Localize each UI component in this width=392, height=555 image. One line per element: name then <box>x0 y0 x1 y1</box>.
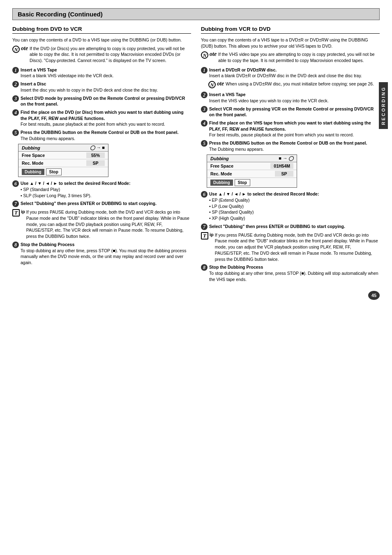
tip-text: If you press PAUSE during Dubbing mode, … <box>26 209 191 239</box>
right-note2-text: When using a DVD±RW disc, you must initi… <box>226 81 374 87</box>
right-stop-button[interactable]: Stop <box>235 179 250 186</box>
right-step-num-7: 7 <box>201 223 208 230</box>
right-dubbing-button[interactable]: Dubbing <box>210 180 233 186</box>
sidebar-label: RECORDING <box>381 86 386 125</box>
left-dubbing-table: Dubbing ◯ → ■ Free Space 55% Rec. Mode S… <box>18 144 108 177</box>
dubbing-label-2: Rec. Mode <box>22 161 86 166</box>
right-tip: T ip If you press PAUSE during Dubbing m… <box>201 232 380 262</box>
right-step-num-1: 1 <box>201 67 208 74</box>
right-step-num-5: 5 <box>201 140 208 147</box>
step-content-2: Insert a Disc Insert the disc you wish t… <box>21 81 191 93</box>
right-note2-label: ote <box>217 81 224 87</box>
right-step-body-1: Insert a blank DVD±R or DVD±RW disc in t… <box>209 73 380 79</box>
dubbing-row-2: Rec. Mode SP <box>18 159 108 167</box>
note-label: ote <box>21 46 28 51</box>
right-step-num-3: 3 <box>201 106 208 113</box>
right-dubbing-value-1: 01H54M <box>270 163 293 169</box>
step-content-5: Press the DUBBING button on the Remote C… <box>21 129 191 141</box>
right-step-title-5: Press the DUBBING button on the Remote C… <box>209 140 367 145</box>
right-dubbing-label-1: Free Space <box>210 164 270 168</box>
step-7: 7 Select "Dubbing" then press ENTER or D… <box>12 200 191 207</box>
recording-sidebar: RECORDING <box>379 82 388 129</box>
right-step-body-6b: • LP (Low Quality) <box>209 203 380 210</box>
right-step-title-7: Select "Dubbing" then press ENTER or DUB… <box>209 224 345 229</box>
right-step-body-5: The Dubbing menu appears. <box>209 146 380 152</box>
dubbing-label-1: Free Space <box>22 153 86 158</box>
page-title: Basic Recording (Continued) <box>18 11 103 18</box>
main-content: Dubbing from DVD to VCR You can copy the… <box>12 26 380 284</box>
dubbing-table-title: Dubbing <box>22 145 40 150</box>
page-header: Basic Recording (Continued) <box>12 8 380 20</box>
step-body-8: To stop dubbing at any other time, press… <box>21 248 191 266</box>
right-dubbing-buttons-row: Dubbing Stop <box>207 178 297 187</box>
right-dubbing-header: Dubbing ■ → ◯ <box>207 155 297 162</box>
page: Basic Recording (Continued) Dubbing from… <box>12 8 380 300</box>
right-dubbing-value-2: SP <box>275 171 293 177</box>
dubbing-table-header: Dubbing ◯ → ■ <box>18 144 108 152</box>
right-step-body-2: Insert the VHS video tape you wish to co… <box>209 98 380 104</box>
step-num-8: 8 <box>12 242 19 248</box>
step-body-6b: • SLP (Super Long Play, 3 times SP). <box>21 193 191 199</box>
right-step-body-6a: • EP (Extend Quality) <box>209 197 380 203</box>
step-body-2: Insert the disc you wish to copy in the … <box>21 87 191 93</box>
step-body-5: The Dubbing menu appears. <box>21 136 191 142</box>
right-step-body-6d: • XP (High Quality) <box>209 215 380 221</box>
step-content-8: Stop the Dubbing Process To stop dubbing… <box>21 242 191 266</box>
right-step-5: 5 Press the DUBBING button on the Remote… <box>201 140 380 152</box>
right-step-title-1: Insert a DVD±R or DVD±RW disc. <box>209 67 277 72</box>
right-step-1: 1 Insert a DVD±R or DVD±RW disc. Insert … <box>201 67 380 79</box>
step-title-7: Select "Dubbing" then press ENTER or DUB… <box>21 201 157 206</box>
step-body-1: Insert a blank VHS videotape into the VC… <box>21 73 191 79</box>
right-note: N ote If the VHS video tape you are atte… <box>201 51 380 63</box>
dubbing-row-1: Free Space 55% <box>18 152 108 159</box>
right-tip-text: If you press PAUSE during Dubbing mode, … <box>215 232 380 262</box>
right-dubbing-table: Dubbing ■ → ◯ Free Space 01H54M Rec. Mod… <box>207 154 297 188</box>
dubbing-button[interactable]: Dubbing <box>22 169 44 175</box>
step-content-3: Select DVD mode by pressing DVD on the R… <box>21 95 191 107</box>
step-title-4: Find the place on the DVD (or Disc) from… <box>21 110 184 121</box>
right-note2-icon: N <box>208 81 216 88</box>
step-num-2: 2 <box>12 81 19 88</box>
step-title-6: Use ▲ / ▼ / ◄ / ► to select the desired … <box>21 181 130 186</box>
right-step-6: 6 Use ▲ / ▼ / ◄ / ► to select the desire… <box>201 191 380 221</box>
right-step-title-3: Select VCR mode by pressing VCR on the R… <box>209 106 374 117</box>
right-step-content-7: Select "Dubbing" then press ENTER or DUB… <box>209 223 380 230</box>
right-step-title-2: Insert a VHS Tape <box>209 92 246 97</box>
stop-button[interactable]: Stop <box>46 168 62 175</box>
right-step-body-6c: • SP (Standard Quality) <box>209 209 380 215</box>
step-3: 3 Select DVD mode by pressing DVD on the… <box>12 95 191 107</box>
right-tip-icon: T <box>201 232 208 240</box>
right-step-num-2: 2 <box>201 92 208 98</box>
right-dubbing-title: Dubbing <box>210 156 229 161</box>
step-body-4: For best results, pause playback at the … <box>21 121 191 127</box>
left-column: Dubbing from DVD to VCR You can copy the… <box>12 26 191 284</box>
right-step-content-1: Insert a DVD±R or DVD±RW disc. Insert a … <box>209 67 380 79</box>
right-step-7: 7 Select "Dubbing" then press ENTER or D… <box>201 223 380 230</box>
right-step-3: 3 Select VCR mode by pressing VCR on the… <box>201 106 380 118</box>
left-note: N ote If the DVD (or Discs) you are atte… <box>12 46 191 64</box>
step-1: 1 Insert a VHS Tape Insert a blank VHS v… <box>12 67 191 79</box>
note-icon: N <box>12 46 20 53</box>
step-num-3: 3 <box>12 95 19 102</box>
right-note-icon: N <box>201 51 208 59</box>
right-dubbing-arrows: ■ → ◯ <box>279 156 293 161</box>
step-num-6: 6 <box>12 180 19 187</box>
right-note2: N ote When using a DVD±RW disc, you must… <box>208 81 380 88</box>
dubbing-value-2: SP <box>86 160 105 166</box>
step-4: 4 Find the place on the DVD (or Disc) fr… <box>12 109 191 127</box>
step-num-7: 7 <box>12 200 19 207</box>
note-text: If the DVD (or Discs) you are attempting… <box>30 46 191 64</box>
step-title-1: Insert a VHS Tape <box>21 67 57 72</box>
right-step-num-6: 6 <box>201 191 208 198</box>
right-step-2: 2 Insert a VHS Tape Insert the VHS video… <box>201 92 380 104</box>
right-intro: You can copy the contents of a VHS tape … <box>201 37 380 49</box>
left-tip: T ip If you press PAUSE during Dubbing m… <box>12 209 191 239</box>
right-step-content-4: Find the place on the VHS tape from whic… <box>209 120 380 138</box>
right-column: Dubbing from VCR to DVD You can copy the… <box>201 26 380 284</box>
right-step-content-8: Stop the Dubbing Process To stop dubbing… <box>209 264 380 282</box>
right-step-title-4: Find the place on the VHS tape from whic… <box>209 120 371 131</box>
tip-label: ip <box>21 209 25 214</box>
right-step-4: 4 Find the place on the VHS tape from wh… <box>201 120 380 138</box>
step-8: 8 Stop the Dubbing Process To stop dubbi… <box>12 242 191 266</box>
step-content-1: Insert a VHS Tape Insert a blank VHS vid… <box>21 67 191 79</box>
